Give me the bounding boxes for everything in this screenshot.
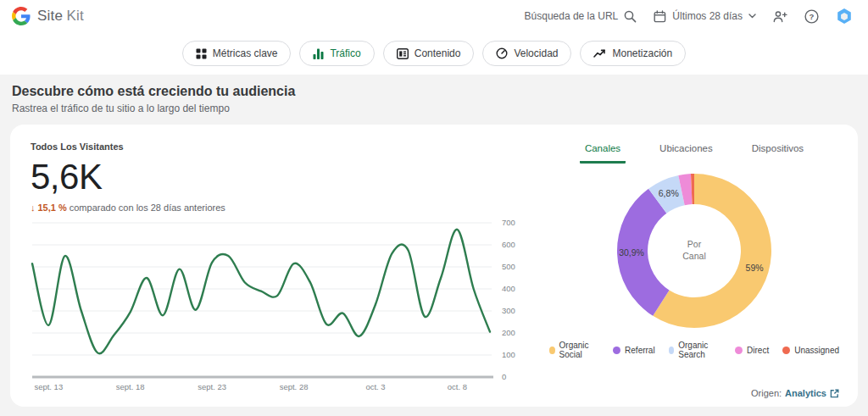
channel-tabs: Canales Ubicaciones Dispositivos [580,143,809,164]
legend-item: Organic Social [549,341,599,359]
svg-text:sept. 18: sept. 18 [116,382,145,391]
change-value: 15,1 % [38,202,67,213]
legend-dot-icon [669,347,675,354]
search-icon [624,10,637,23]
date-range-selector[interactable]: Últimos 28 días [654,10,756,23]
change-down-arrow-icon: ↓ [31,202,36,213]
google-g-icon [12,7,31,25]
section-navbar: Métricas clave Tráfico [0,32,868,75]
header-controls: Búsqueda de la URL [525,8,853,25]
legend-item: Direct [735,346,769,355]
tab-trafico[interactable]: Tráfico [299,41,374,66]
tab-velocidad[interactable]: Velocidad [482,41,571,66]
svg-text:59%: 59% [746,263,764,273]
svg-text:400: 400 [502,284,515,293]
tab-metricas-clave[interactable]: Métricas clave [182,41,292,66]
svg-text:100: 100 [502,350,515,359]
legend-label: Organic Social [559,341,600,359]
svg-text:0: 0 [502,372,506,381]
page-subtitle: Rastrea el tráfico de tu sitio a lo larg… [10,103,858,114]
person-add-icon [773,10,787,23]
channels-donut-chart: 59%30,9%6,8%PorCanal [615,172,773,330]
plugin-hexagon-button[interactable] [836,8,853,25]
svg-text:Canal: Canal [682,251,705,261]
svg-text:500: 500 [502,262,515,271]
svg-text:oct. 8: oct. 8 [448,382,467,391]
tab-label: Velocidad [514,47,558,59]
svg-text:sept. 23: sept. 23 [198,382,226,391]
external-link-icon [830,389,839,398]
visitors-line-chart: 0100200300400500600700sept. 13sept. 18se… [31,218,529,392]
visitors-panel: Todos Los Visitantes 5,6K ↓ 15,1 % compa… [31,141,549,393]
chevron-down-icon [748,14,756,19]
header: Site Kit Búsqueda de la URL [0,0,868,32]
legend-label: Referral [625,346,655,355]
donut-wrap: 59%30,9%6,8%PorCanal [615,172,773,333]
source-label: Origen: [751,388,782,398]
audience-card: Todos Los Visitantes 5,6K ↓ 15,1 % compa… [10,125,858,407]
analytics-link-text: Analytics [785,388,826,398]
tab-label: Contenido [415,47,461,59]
help-button[interactable]: ? [804,9,819,24]
legend-item: Referral [613,346,655,355]
svg-text:300: 300 [502,306,515,315]
help-icon: ? [804,9,819,24]
svg-text:600: 600 [502,240,515,249]
legend-dot-icon [735,347,743,354]
site-kit-app: Site Kit Búsqueda de la URL [0,0,868,416]
url-search-label: Búsqueda de la URL [525,10,619,22]
add-user-button[interactable] [773,10,787,23]
svg-text:30,9%: 30,9% [619,247,644,258]
svg-text:oct. 3: oct. 3 [365,382,385,391]
tab-canales[interactable]: Canales [580,143,626,164]
stat-value: 5,6K [31,157,549,197]
legend-item: Unassigned [782,346,839,355]
tab-contenido[interactable]: Contenido [383,41,475,66]
speedometer-icon [496,47,508,59]
content-area: Descubre cómo está creciendo tu audienci… [0,75,868,416]
article-icon [397,48,409,59]
line-chart-wrap: 0100200300400500600700sept. 13sept. 18se… [31,218,549,396]
date-range-label: Últimos 28 días [672,10,743,22]
svg-text:sept. 13: sept. 13 [34,382,63,391]
tab-label: Monetización [612,47,672,59]
change-suffix: comparado con los 28 días anteriores [70,202,225,213]
legend-label: Direct [747,346,769,355]
channels-panel: Canales Ubicaciones Dispositivos 59%30,9… [549,141,839,393]
analytics-link[interactable]: Analytics [785,388,839,398]
trending-up-icon [593,48,606,58]
legend-label: Unassigned [794,346,839,355]
tab-ubicaciones[interactable]: Ubicaciones [654,143,718,164]
hexagon-icon [836,8,853,25]
tab-label: Métricas clave [213,47,278,59]
site-kit-logo: Site Kit [12,7,84,25]
svg-text:?: ? [810,12,815,21]
tab-monetizacion[interactable]: Monetización [580,41,686,66]
svg-text:Por: Por [687,239,702,249]
svg-text:sept. 28: sept. 28 [280,382,309,391]
grid-icon [196,48,207,59]
data-source: Origen: Analytics [751,388,839,398]
legend-item: Organic Search [669,341,721,359]
legend-dot-icon [782,347,790,354]
legend-dot-icon [549,347,555,354]
brand-site-text: Site [37,8,63,24]
stat-label: Todos Los Visitantes [31,141,549,152]
legend-dot-icon [613,347,620,354]
page-title: Descubre cómo está creciendo tu audienci… [10,84,858,99]
tab-dispositivos[interactable]: Dispositivos [747,143,809,164]
url-search[interactable]: Búsqueda de la URL [525,10,637,23]
donut-legend: Organic SocialReferralOrganic SearchDire… [549,341,839,359]
calendar-icon [654,10,666,23]
bar-chart-icon [313,48,324,59]
brand-kit-text: Kit [67,8,84,24]
svg-text:200: 200 [502,328,515,337]
stat-change: ↓ 15,1 % comparado con los 28 días anter… [31,202,549,213]
svg-text:700: 700 [502,218,515,227]
legend-label: Organic Search [678,341,721,359]
tab-label: Tráfico [330,47,360,59]
svg-text:6,8%: 6,8% [659,188,679,198]
